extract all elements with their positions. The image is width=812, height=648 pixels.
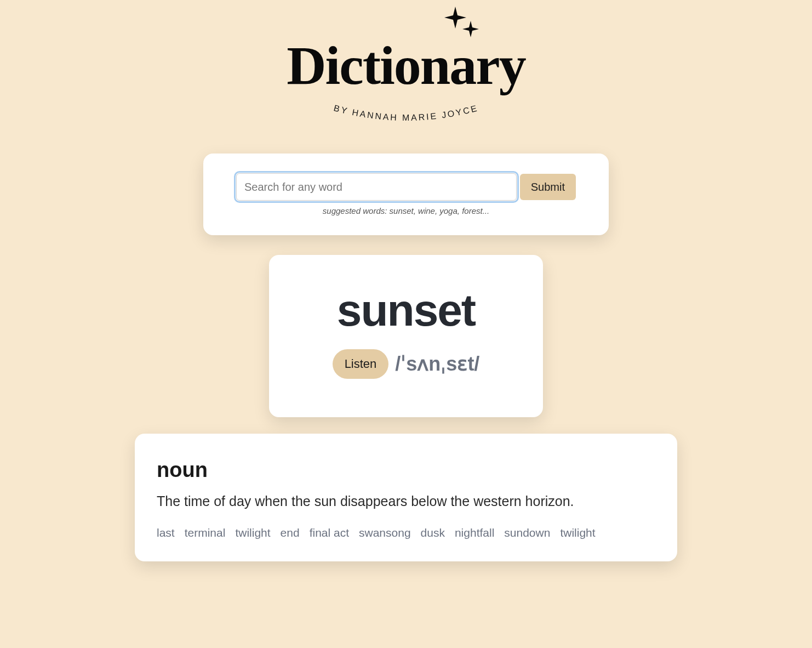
logo-title: Dictionary	[287, 38, 525, 93]
synonyms-list: lastterminaltwilightendfinal actswansong…	[157, 526, 655, 539]
search-input[interactable]	[236, 173, 517, 201]
synonym-item: dusk	[421, 526, 445, 539]
definition-card: noun The time of day when the sun disapp…	[135, 434, 677, 561]
logo-area: Dictionary BY HANNAH MARIE JOYCE	[287, 11, 525, 132]
synonym-item: nightfall	[455, 526, 494, 539]
synonym-item: final act	[310, 526, 349, 539]
listen-button[interactable]: Listen	[333, 349, 389, 379]
part-of-speech: noun	[157, 458, 655, 482]
submit-button[interactable]: Submit	[520, 174, 576, 200]
phonetic-text: /ˈsʌnˌsɛt/	[395, 353, 479, 376]
synonym-item: end	[281, 526, 300, 539]
synonym-item: swansong	[359, 526, 411, 539]
svg-text:BY HANNAH MARIE JOYCE: BY HANNAH MARIE JOYCE	[333, 103, 479, 122]
definition-text: The time of day when the sun disappears …	[157, 492, 655, 511]
word-card: sunset Listen /ˈsʌnˌsɛt/	[269, 255, 543, 417]
byline: BY HANNAH MARIE JOYCE	[296, 99, 516, 132]
sparkle-icon	[443, 5, 482, 46]
synonym-item: twilight	[560, 526, 595, 539]
search-card: Submit suggested words: sunset, wine, yo…	[203, 154, 609, 235]
synonym-item: twilight	[235, 526, 270, 539]
synonym-item: sundown	[504, 526, 550, 539]
word-title: sunset	[291, 288, 521, 333]
synonym-item: terminal	[185, 526, 226, 539]
synonym-item: last	[157, 526, 175, 539]
suggested-words: suggested words: sunset, wine, yoga, for…	[236, 206, 576, 215]
